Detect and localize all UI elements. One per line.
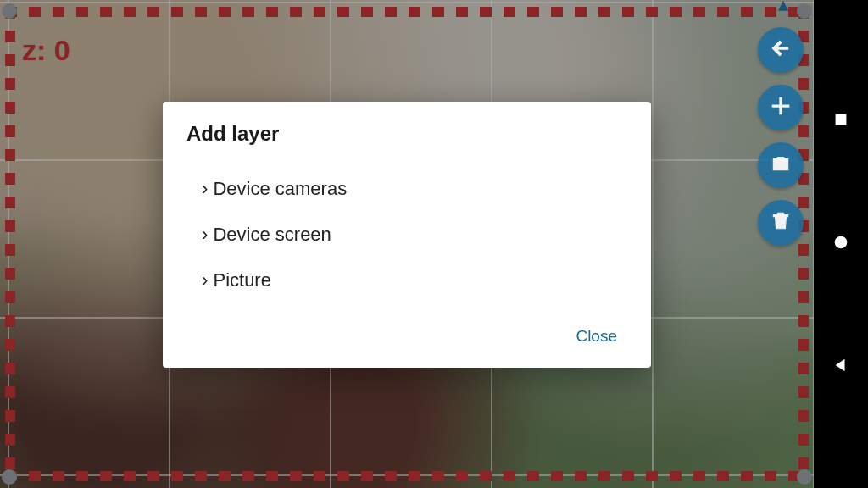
close-button[interactable]: Close (565, 320, 627, 352)
swap-camera-button[interactable] (758, 142, 804, 188)
dialog-actions: Close (186, 320, 627, 352)
trash-icon (770, 210, 792, 236)
nav-recents-button[interactable] (824, 104, 858, 138)
device-frame: z: 0 ▴ (0, 0, 868, 488)
back-button[interactable] (758, 27, 804, 73)
delete-button[interactable] (758, 200, 804, 246)
layer-options-list: Device cameras Device screen Picture (186, 166, 627, 303)
add-layer-button[interactable] (758, 85, 804, 130)
triangle-left-icon (832, 356, 850, 378)
app-screen: z: 0 ▴ (0, 0, 814, 488)
dialog-title: Add layer (186, 122, 627, 146)
svg-rect-0 (836, 114, 847, 125)
add-layer-dialog: Add layer Device cameras Device screen P… (163, 102, 651, 368)
square-icon (832, 110, 850, 132)
swap-camera-icon (770, 152, 792, 178)
option-device-cameras[interactable]: Device cameras (202, 166, 627, 212)
option-device-screen[interactable]: Device screen (202, 212, 627, 258)
floating-action-column (758, 27, 804, 246)
circle-icon (832, 233, 850, 255)
android-nav-bar (814, 0, 868, 488)
svg-point-1 (835, 236, 848, 249)
nav-home-button[interactable] (824, 227, 858, 261)
arrow-left-icon (770, 37, 792, 63)
nav-back-button[interactable] (824, 350, 858, 384)
plus-icon (770, 95, 792, 120)
option-picture[interactable]: Picture (202, 258, 627, 303)
